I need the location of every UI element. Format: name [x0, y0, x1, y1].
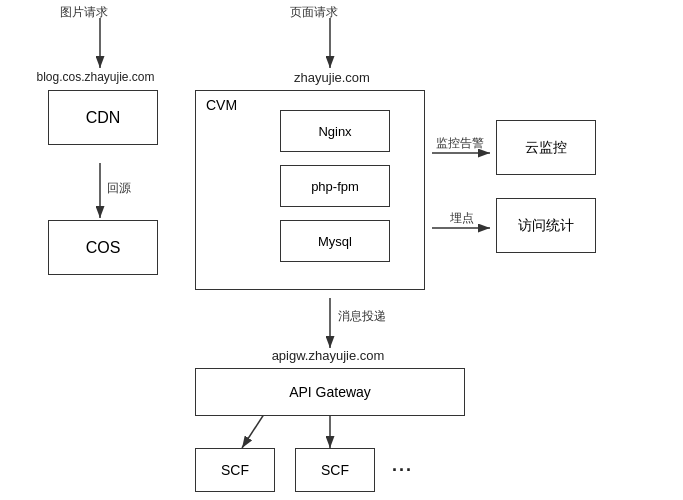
main-domain-label: zhayujie.com: [272, 70, 392, 85]
api-gateway-label: API Gateway: [289, 384, 371, 400]
cdn-box: CDN: [48, 90, 158, 145]
architecture-diagram: 图片请求 页面请求 blog.cos.zhayujie.com zhayujie…: [0, 0, 683, 500]
mysql-label: Mysql: [318, 234, 352, 249]
ellipsis-label: ...: [392, 455, 413, 476]
cos-box: COS: [48, 220, 158, 275]
track-label: 埋点: [450, 210, 474, 227]
scf1-label: SCF: [221, 462, 249, 478]
cdn-label: CDN: [86, 109, 121, 127]
cloud-monitor-label: 云监控: [525, 139, 567, 157]
visit-stats-label: 访问统计: [518, 217, 574, 235]
api-domain-label: apigw.zhayujie.com: [218, 348, 438, 363]
scf2-label: SCF: [321, 462, 349, 478]
blog-domain-label: blog.cos.zhayujie.com: [18, 70, 173, 84]
scf1-box: SCF: [195, 448, 275, 492]
visit-stats-box: 访问统计: [496, 198, 596, 253]
message-dispatch-label: 消息投递: [338, 308, 386, 325]
cvm-label: CVM: [206, 97, 237, 113]
image-request-label: 图片请求: [60, 4, 140, 21]
cos-label: COS: [86, 239, 121, 257]
monitor-alert-label: 监控告警: [436, 135, 484, 152]
scf2-box: SCF: [295, 448, 375, 492]
nginx-label: Nginx: [318, 124, 351, 139]
page-request-label: 页面请求: [290, 4, 370, 21]
phpfpm-box: php-fpm: [280, 165, 390, 207]
back-to-source-label: 回源: [107, 180, 131, 197]
nginx-box: Nginx: [280, 110, 390, 152]
phpfpm-label: php-fpm: [311, 179, 359, 194]
mysql-box: Mysql: [280, 220, 390, 262]
cloud-monitor-box: 云监控: [496, 120, 596, 175]
api-gateway-box: API Gateway: [195, 368, 465, 416]
